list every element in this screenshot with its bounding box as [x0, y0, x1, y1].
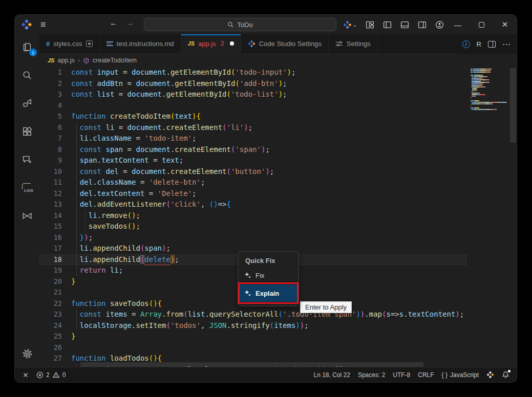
code-line[interactable]: 3const list = document.getElementById('t… — [39, 89, 466, 100]
r-extension-button[interactable]: R — [477, 40, 481, 48]
back-arrow-icon[interactable]: ← — [110, 18, 118, 28]
line-number[interactable]: 7 — [39, 133, 71, 144]
info-icon[interactable]: i — [462, 40, 470, 48]
line-number[interactable]: 3 — [39, 89, 71, 100]
quick-fix-item-explain[interactable]: Explain — [240, 284, 297, 302]
notifications-button[interactable] — [502, 371, 509, 379]
line-number[interactable]: 26 — [39, 342, 71, 354]
line-number[interactable]: 9 — [39, 155, 71, 166]
horizontal-scrollbar[interactable] — [80, 362, 423, 367]
scrollbar-thumb[interactable] — [510, 68, 516, 143]
tab-app-js[interactable]: JS app.js 2 — [181, 34, 241, 53]
indentation[interactable]: Spaces: 2 — [358, 371, 385, 379]
breadcrumb-symbol[interactable]: createTodoItem — [93, 57, 137, 64]
code-line[interactable]: 9 span.textContent = text; — [39, 155, 466, 166]
account-icon[interactable] — [435, 20, 444, 29]
modified-dot-icon[interactable] — [230, 41, 234, 46]
cursor-position[interactable]: Ln 18, Col 22 — [314, 371, 350, 379]
code-line[interactable]: 11 del.className = 'delete-btn'; — [39, 177, 466, 188]
code-line[interactable]: 8 const span = document.createElement('s… — [39, 144, 466, 156]
line-number[interactable]: 2 — [39, 78, 71, 90]
line-number[interactable]: 14 — [39, 210, 71, 222]
tab-styles-css[interactable]: # styles.css — [39, 34, 100, 53]
code-line[interactable]: 7 li.className = 'todo-item'; — [39, 133, 466, 144]
line-number[interactable]: 12 — [39, 188, 71, 200]
remote-indicator-button[interactable] — [22, 371, 29, 379]
toggle-primary-sidebar-button[interactable] — [383, 20, 392, 29]
code-line[interactable]: 1const input = document.getElementById('… — [39, 67, 466, 78]
line-number[interactable]: 27 — [39, 353, 71, 364]
code-line[interactable]: 2const addBtn = document.getElementById(… — [39, 78, 466, 90]
brand-status-button[interactable] — [486, 371, 494, 379]
code-line[interactable]: 10 const del = document.createElement('b… — [39, 166, 466, 178]
sidebar-item-chat[interactable] — [20, 153, 34, 166]
tab-code-studio-settings[interactable]: Code Studio Settings — [241, 34, 329, 53]
tab-test-instructions-md[interactable]: test.instructions.md — [100, 34, 181, 53]
split-editor-icon[interactable] — [488, 41, 496, 48]
copilot-menu-button[interactable]: ⌄ — [343, 20, 357, 29]
line-number[interactable]: 11 — [39, 177, 71, 188]
line-number[interactable]: 10 — [39, 166, 71, 178]
code-line[interactable]: 12 del.textContent = 'Delete'; — [39, 188, 466, 200]
customize-layout-button[interactable] — [366, 20, 374, 29]
line-number[interactable]: 1 — [39, 67, 71, 78]
code-line[interactable]: 16 }); — [39, 232, 466, 244]
indent-guide — [76, 221, 77, 232]
line-number[interactable]: 22 — [39, 298, 71, 310]
code-line[interactable]: 26 — [39, 342, 466, 354]
line-number[interactable]: 6 — [39, 122, 71, 134]
line-number[interactable]: 19 — [39, 265, 71, 276]
code-line[interactable]: 13 del.addEventListener('click', ()=>{ — [39, 199, 466, 210]
forward-arrow-icon[interactable]: → — [126, 18, 134, 28]
code-line[interactable]: 6 const li = document.createElement('li'… — [39, 122, 466, 134]
line-number[interactable]: 15 — [39, 221, 71, 232]
sidebar-item-extensions[interactable] — [20, 125, 34, 138]
encoding[interactable]: UTF-8 — [393, 371, 410, 379]
toggle-panel-button[interactable] — [400, 20, 409, 29]
maximize-button[interactable] — [470, 15, 493, 34]
vertical-scrollbar[interactable] — [509, 67, 517, 367]
menu-hamburger-icon[interactable]: ≡ — [40, 18, 46, 31]
sidebar-item-run-debug[interactable] — [20, 97, 34, 110]
code-editor[interactable]: 1const input = document.getElementById('… — [39, 67, 517, 367]
eol-sequence[interactable]: CRLF — [418, 371, 434, 379]
toggle-secondary-sidebar-button[interactable] — [418, 20, 427, 29]
more-actions-icon[interactable]: ⋯ — [502, 39, 510, 49]
sidebar-item-explorer[interactable]: 1 — [20, 40, 34, 54]
code-line[interactable]: 5function createTodoItem(text){ — [39, 111, 466, 122]
code-line[interactable]: 4 — [39, 100, 466, 112]
code-line[interactable]: 24 localStorage.setItem('todos', JSON.st… — [39, 320, 466, 332]
sidebar-item-visual-studio[interactable] — [20, 209, 34, 223]
line-number[interactable]: 23 — [39, 309, 71, 320]
line-number[interactable]: 16 — [39, 232, 71, 244]
line-number[interactable]: 25 — [39, 331, 71, 342]
sidebar-item-log[interactable]: LOG — [20, 181, 34, 194]
line-number[interactable]: 5 — [39, 111, 71, 122]
line-number[interactable]: 18 — [39, 254, 71, 266]
tab-settings[interactable]: Settings — [329, 34, 378, 53]
command-center-search[interactable]: ToDo — [144, 18, 336, 31]
indent-guide — [76, 166, 77, 178]
minimize-button[interactable]: — — [446, 15, 470, 34]
line-number[interactable]: 21 — [39, 287, 71, 298]
code-line[interactable]: 25} — [39, 331, 466, 342]
quick-fix-item-fix[interactable]: Fix — [238, 269, 299, 282]
breadcrumb-file[interactable]: app.js — [57, 57, 74, 64]
code-line[interactable]: 15 saveTodos(); — [39, 221, 466, 232]
minimap[interactable] — [469, 67, 509, 367]
line-number[interactable]: 4 — [39, 100, 71, 112]
line-number[interactable]: 20 — [39, 276, 71, 288]
line-number[interactable]: 24 — [39, 320, 71, 332]
minimap-segment — [481, 109, 486, 110]
settings-gear-button[interactable] — [15, 348, 39, 360]
close-button[interactable]: ✕ — [493, 15, 517, 34]
language-mode[interactable]: { } JavaScript — [442, 371, 479, 379]
code-line[interactable]: 23 const items = Array.from(list.querySe… — [39, 309, 466, 320]
sidebar-item-search[interactable] — [20, 69, 34, 82]
code-token: } — [71, 277, 75, 285]
line-number[interactable]: 8 — [39, 144, 71, 156]
problems-button[interactable]: 2 0 — [36, 371, 66, 379]
code-line[interactable]: 14 li.remove(); — [39, 210, 466, 222]
line-number[interactable]: 17 — [39, 243, 71, 254]
line-number[interactable]: 13 — [39, 199, 71, 210]
